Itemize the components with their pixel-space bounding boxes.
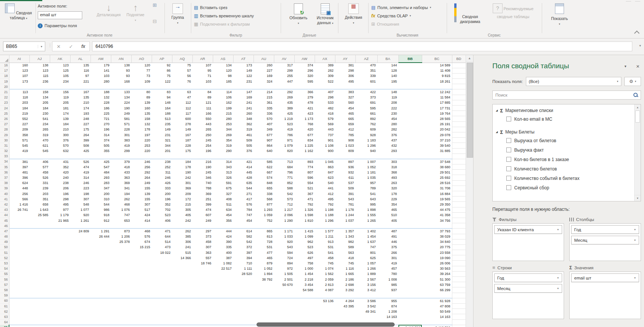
cell[interactable]: 132 (91, 95, 111, 100)
cell[interactable] (111, 303, 131, 309)
cell[interactable]: 1 074 (315, 266, 335, 271)
cell[interactable]: 1 415 (294, 229, 315, 234)
cell[interactable] (422, 319, 452, 325)
cell[interactable]: 985 (377, 282, 398, 287)
cell[interactable] (192, 303, 213, 309)
cell[interactable]: 752 (254, 218, 274, 223)
field-chip[interactable]: Год▾ (571, 225, 639, 234)
cell[interactable] (452, 73, 466, 78)
cell[interactable]: 184 (29, 106, 50, 111)
cell[interactable] (452, 68, 466, 73)
cell[interactable]: 12 242 (422, 89, 452, 95)
cell[interactable]: 239 (29, 186, 50, 191)
cell[interactable]: 912 (91, 218, 111, 223)
cell[interactable]: 879 (254, 261, 274, 266)
cell[interactable]: 482 (315, 106, 335, 111)
scroll-up-icon[interactable]: ▲ (466, 55, 473, 62)
cell[interactable]: 545 (9, 143, 29, 148)
expand-triangle-icon[interactable]: ◢ (496, 109, 498, 112)
cell[interactable] (152, 266, 172, 271)
cell[interactable]: 740 (192, 180, 213, 186)
row-header-20[interactable]: 20 (0, 84, 9, 89)
cell[interactable]: 20 775 (422, 244, 452, 250)
cell[interactable]: 1 219 (274, 116, 294, 121)
cell[interactable]: 1 171 (274, 229, 294, 234)
cell[interactable]: 571 (9, 138, 29, 143)
cell[interactable]: 789 (355, 186, 377, 191)
cell[interactable] (398, 191, 422, 197)
cell[interactable]: 713 (274, 159, 294, 164)
cell[interactable]: 138 (111, 63, 131, 68)
cell[interactable]: 454 (233, 218, 254, 223)
cell[interactable] (70, 154, 91, 159)
cell[interactable]: 424 (213, 234, 233, 239)
enter-icon[interactable]: ✓ (69, 44, 73, 49)
cell[interactable]: 433 (111, 170, 131, 175)
cell[interactable] (111, 309, 131, 314)
cell[interactable]: 174 (50, 111, 70, 116)
cell[interactable]: 335 (213, 244, 233, 250)
cell[interactable]: 354 (377, 202, 398, 207)
cell[interactable] (172, 319, 192, 325)
column-header-AI[interactable]: AI (9, 55, 29, 63)
cell[interactable]: 920 (274, 239, 294, 244)
cell[interactable] (70, 271, 91, 276)
cell[interactable]: 320 (377, 186, 398, 191)
cell[interactable]: 103 (91, 73, 111, 78)
cell[interactable]: 227 (254, 68, 274, 73)
cell[interactable]: 1 265 (355, 218, 377, 223)
cell[interactable]: 514 (152, 239, 172, 244)
cell[interactable]: 123 (9, 68, 29, 73)
cell[interactable]: 369 (192, 191, 213, 197)
cell[interactable]: 63 (172, 89, 192, 95)
cell[interactable]: 269 (274, 95, 294, 100)
cell[interactable]: 431 (50, 159, 70, 164)
checkbox[interactable] (506, 185, 511, 190)
cell[interactable] (29, 218, 50, 223)
cell[interactable]: 256 (131, 164, 152, 170)
cell[interactable] (355, 293, 377, 298)
cell[interactable] (152, 223, 172, 229)
formula-input[interactable]: 6410796 (92, 41, 632, 51)
cell[interactable]: 582 (233, 234, 254, 239)
cell[interactable] (452, 212, 466, 218)
cell[interactable]: 659 (335, 121, 355, 127)
cell[interactable] (29, 325, 50, 327)
cell[interactable]: 376 (377, 132, 398, 137)
cell[interactable] (152, 314, 172, 319)
column-header-AZ[interactable]: AZ (355, 55, 377, 63)
cell[interactable]: 221 (70, 79, 91, 84)
cell[interactable]: 314 (91, 132, 111, 137)
cell[interactable]: 38 680 (422, 164, 452, 170)
cell[interactable]: 585 (254, 159, 274, 164)
cell[interactable] (452, 159, 466, 164)
cell[interactable] (50, 239, 70, 244)
cell[interactable]: 24 809 (70, 229, 91, 234)
cell[interactable]: 487 (377, 229, 398, 234)
cell[interactable]: 282 (377, 127, 398, 132)
cell[interactable]: 283 (91, 180, 111, 186)
cell[interactable]: 589 (335, 244, 355, 250)
cell[interactable] (452, 229, 466, 234)
cell[interactable]: 626 (294, 250, 315, 255)
column-header-BA[interactable]: BA (377, 55, 398, 63)
cell[interactable] (29, 298, 50, 303)
cell[interactable]: 331 (29, 180, 50, 186)
cell[interactable]: 297 (192, 229, 213, 234)
cell[interactable]: 852 (274, 180, 294, 186)
cell[interactable] (213, 282, 233, 287)
cell[interactable]: 428 (233, 175, 254, 180)
cell[interactable] (111, 293, 131, 298)
cell[interactable] (91, 293, 111, 298)
row-header-24[interactable]: 24 (0, 106, 9, 111)
cell[interactable]: 425 (274, 111, 294, 116)
cell[interactable]: 792 (315, 202, 335, 207)
cell[interactable] (9, 319, 29, 325)
cell[interactable]: 381 (9, 159, 29, 164)
cell[interactable]: 1 162 (294, 148, 315, 154)
cell[interactable] (452, 63, 466, 68)
cell[interactable]: 614 (233, 229, 254, 234)
cell[interactable] (9, 277, 29, 282)
cell[interactable]: 296 (294, 68, 315, 73)
cell[interactable] (398, 287, 422, 293)
